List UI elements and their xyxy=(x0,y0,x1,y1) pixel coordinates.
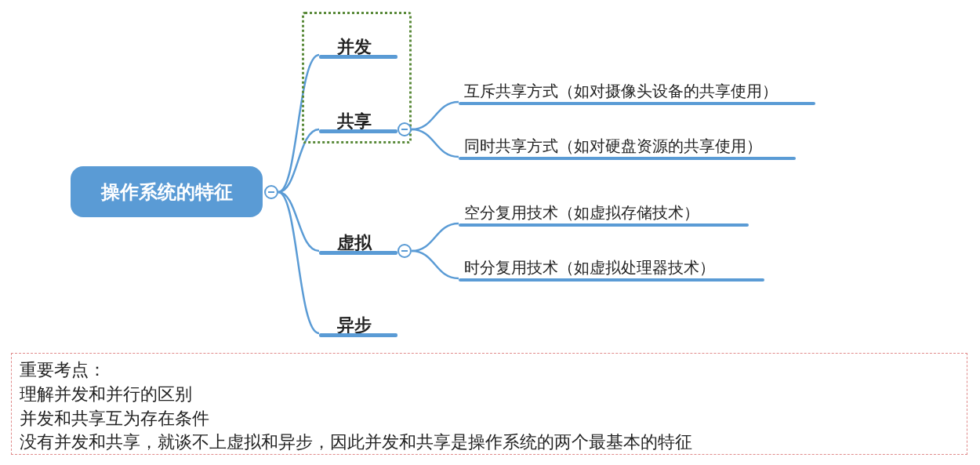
leaf-label: 空分复用技术（如虚拟存储技术） xyxy=(464,204,699,221)
underline xyxy=(319,333,397,337)
leaf-label: 同时共享方式（如对硬盘资源的共享使用） xyxy=(464,137,762,154)
child-label: 并发 xyxy=(337,37,372,56)
child-label: 共享 xyxy=(337,111,372,131)
root-label: 操作系统的特征 xyxy=(101,180,233,205)
leaf-node-simultaneous-sharing[interactable]: 同时共享方式（如对硬盘资源的共享使用） xyxy=(464,136,762,157)
root-node[interactable]: 操作系统的特征 xyxy=(71,166,263,217)
collapse-icon[interactable] xyxy=(397,244,412,258)
notes-line: 并发和共享互为存在条件 xyxy=(20,407,959,431)
notes-title: 重要考点： xyxy=(20,358,959,383)
underline xyxy=(319,129,397,133)
notes-line: 理解并发和并行的区别 xyxy=(20,383,959,407)
underline xyxy=(459,157,796,160)
leaf-node-time-multiplex[interactable]: 时分复用技术（如虚拟处理器技术） xyxy=(464,257,715,278)
underline xyxy=(459,223,749,227)
underline xyxy=(319,55,397,59)
mindmap-canvas: 操作系统的特征 并发 共享 互斥共享方式（如对摄像头设备的共享使用） 同时共享方… xyxy=(0,0,980,465)
underline xyxy=(459,102,815,105)
leaf-label: 时分复用技术（如虚拟处理器技术） xyxy=(464,259,715,276)
collapse-icon[interactable] xyxy=(264,185,278,199)
underline xyxy=(319,251,397,255)
notes-line: 没有并发和共享，就谈不上虚拟和异步，因此并发和共享是操作系统的两个最基本的特征 xyxy=(20,430,959,455)
leaf-node-mutex-sharing[interactable]: 互斥共享方式（如对摄像头设备的共享使用） xyxy=(464,81,778,102)
child-label: 虚拟 xyxy=(337,233,372,252)
notes-box: 重要考点： 理解并发和并行的区别 并发和共享互为存在条件 没有并发和共享，就谈不… xyxy=(11,353,967,455)
leaf-node-space-multiplex[interactable]: 空分复用技术（如虚拟存储技术） xyxy=(464,202,699,223)
collapse-icon[interactable] xyxy=(397,122,412,136)
child-label: 异步 xyxy=(337,315,372,335)
underline xyxy=(459,278,764,282)
leaf-label: 互斥共享方式（如对摄像头设备的共享使用） xyxy=(464,82,778,100)
